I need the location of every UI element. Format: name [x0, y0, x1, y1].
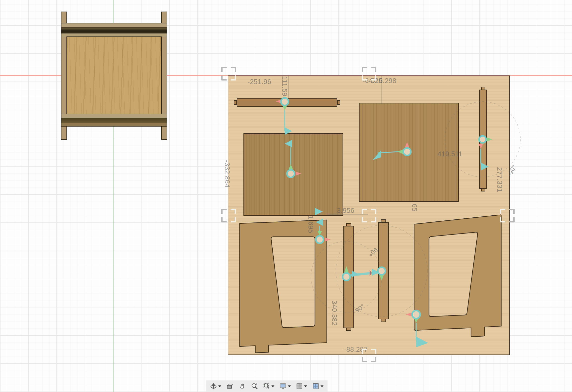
chevron-down-icon[interactable] [271, 385, 274, 387]
snap-corner-markers [221, 209, 236, 222]
display-settings-icon [279, 382, 287, 390]
display-settings-button[interactable] [278, 382, 292, 391]
move-origin-ring[interactable] [343, 273, 350, 281]
dimension-label: 3.956 [337, 207, 354, 215]
grid-icon [296, 382, 303, 390]
red-arrow-icon[interactable] [405, 142, 409, 147]
green-arrow-icon[interactable] [379, 275, 384, 281]
red-arrow-icon[interactable] [296, 172, 301, 176]
teal-arrow-icon[interactable] [352, 271, 359, 277]
orbit-icon [210, 382, 217, 390]
manipulator-overlay [0, 0, 572, 392]
dimension-label: -251.96 [247, 78, 271, 86]
viewports-icon [312, 382, 319, 390]
move-origin-ring[interactable] [287, 170, 295, 177]
corner-bracket-icon [509, 217, 515, 222]
chevron-down-icon[interactable] [304, 385, 307, 387]
corner-bracket-icon [509, 209, 515, 214]
move-origin-ring[interactable] [281, 98, 289, 105]
red-arrow-icon[interactable] [406, 312, 412, 317]
green-arrow-icon[interactable] [398, 149, 403, 154]
teal-arrow-icon[interactable] [481, 163, 489, 171]
move-manipulator-mid-slats[interactable] [343, 266, 385, 281]
zoom-icon: ± [251, 382, 258, 390]
svg-text:±: ± [256, 383, 257, 386]
corner-bracket-icon [221, 75, 227, 81]
move-origin-ring[interactable] [479, 136, 486, 143]
corner-bracket-icon [231, 75, 236, 81]
dimension-label: 277.331 [495, 167, 503, 192]
corner-bracket-icon [371, 349, 376, 354]
corner-bracket-icon [362, 217, 367, 222]
corner-bracket-icon [362, 67, 367, 72]
red-arrow-icon[interactable] [325, 238, 331, 242]
teal-arrow-icon[interactable] [416, 337, 428, 347]
red-arrow-icon[interactable] [479, 144, 483, 149]
chevron-down-icon[interactable] [320, 385, 324, 387]
look-at-icon [226, 382, 234, 390]
zoom-tool-button[interactable]: ± [250, 382, 259, 391]
corner-bracket-icon [362, 349, 367, 354]
corner-bracket-icon [221, 209, 227, 214]
look-at-tool-button[interactable] [225, 382, 234, 391]
pan-tool-button[interactable] [238, 382, 247, 391]
corner-bracket-icon [371, 357, 376, 362]
window-zoom-tool-button[interactable] [262, 382, 275, 391]
green-arrow-icon[interactable] [282, 106, 287, 110]
chevron-down-icon[interactable] [218, 385, 221, 387]
move-origin-ring[interactable] [412, 310, 420, 319]
green-arrow-icon[interactable] [289, 165, 293, 169]
chevron-down-icon[interactable] [288, 385, 291, 387]
corner-bracket-icon [500, 209, 505, 214]
teal-arrow-icon[interactable] [285, 127, 292, 135]
dimension-label: 419.511 [438, 150, 462, 158]
move-manipulator-right-panel[interactable] [373, 142, 411, 160]
viewport-canvas[interactable]: -251.96 111.59 -64.25 516.298 419.511 -3… [0, 0, 572, 392]
corner-bracket-icon [231, 209, 236, 214]
move-manipulator-top-slat[interactable] [276, 98, 292, 135]
viewports-button[interactable] [311, 382, 324, 391]
corner-bracket-icon [371, 75, 376, 81]
snap-corner-markers [362, 349, 376, 362]
navigation-toolbar: ± [206, 380, 328, 392]
pan-hand-icon [238, 382, 246, 390]
corner-bracket-icon [371, 67, 376, 72]
move-origin-ring[interactable] [316, 236, 324, 243]
corner-bracket-icon [221, 217, 227, 222]
move-manipulator-left-panel[interactable] [285, 140, 301, 177]
corner-bracket-icon [362, 209, 367, 214]
corner-bracket-icon [371, 217, 376, 222]
teal-arrow-icon[interactable] [315, 208, 323, 215]
teal-arrow-icon[interactable] [285, 140, 292, 147]
move-origin-ring[interactable] [403, 148, 411, 155]
window-zoom-icon [263, 382, 270, 390]
dimension-label: 1.695 [307, 216, 314, 233]
red-arrow-icon[interactable] [370, 270, 372, 276]
teal-arrow-icon[interactable] [373, 150, 381, 160]
dimension-label: 65 [410, 204, 418, 212]
corner-bracket-icon [221, 67, 227, 72]
corner-bracket-icon [371, 209, 376, 214]
dimension-label: 111.59 [280, 76, 288, 96]
move-manipulator-right-slat[interactable] [479, 136, 492, 171]
dimension-label: -332.864 [223, 160, 231, 188]
corner-bracket-icon [231, 217, 236, 222]
snap-corner-markers [221, 67, 236, 81]
corner-bracket-icon [231, 67, 236, 72]
corner-bracket-icon [362, 357, 367, 362]
dimension-label: 340.382 [330, 300, 338, 326]
snap-corner-markers [500, 209, 515, 222]
part-left-leg-frame[interactable] [240, 220, 327, 353]
green-arrow-icon[interactable] [487, 137, 492, 141]
corner-bracket-icon [362, 75, 367, 81]
corner-bracket-icon [500, 217, 505, 222]
snap-corner-markers [362, 67, 376, 81]
grid-and-snaps-button[interactable] [295, 382, 308, 391]
snap-corner-markers [362, 209, 376, 222]
move-origin-ring[interactable] [378, 267, 385, 275]
green-arrow-icon[interactable] [344, 266, 349, 272]
orbit-tool-button[interactable] [209, 382, 222, 391]
